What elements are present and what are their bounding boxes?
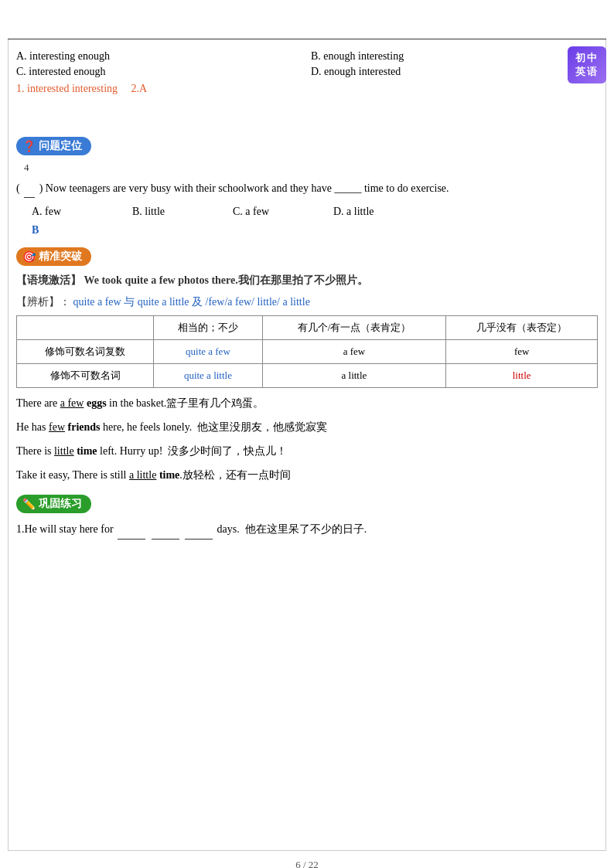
question-number4: 4 — [24, 162, 598, 174]
section-gonggu-header: ✏️ 巩固练习 — [16, 495, 598, 513]
answer-label2: 2.A — [131, 83, 148, 94]
gonggu-label: 巩固练习 — [39, 497, 82, 511]
option-D1: D. enough interested — [311, 66, 598, 78]
q4-optA: A. few — [32, 206, 109, 218]
table-row1-col1: quite a few — [154, 340, 262, 364]
pencil-icon: ✏️ — [22, 498, 36, 511]
example4-underline: a little — [129, 469, 156, 481]
q4-answer: B — [32, 224, 598, 237]
jijing-title: 【语境激活】 We took quite a few photos there.… — [16, 274, 598, 288]
table-header-3: 几乎没有（表否定） — [446, 316, 598, 340]
logo-line1: 初中 — [575, 51, 599, 65]
option-A1: A. interesting enough — [16, 50, 303, 63]
blank1 — [118, 539, 145, 540]
logo-line2: 英语 — [575, 65, 599, 79]
question-icon: ❓ — [22, 140, 36, 153]
page: 初中 英语 A. interesting enough B. enough in… — [0, 39, 614, 868]
page-footer: 6 / 22 — [0, 859, 614, 868]
question4-text: ( ) Now teenagers are very busy with the… — [16, 179, 598, 198]
section-jingzhun-header: 🎯 精准突破 — [16, 247, 598, 266]
target-icon: 🎯 — [22, 250, 36, 264]
q4-optC: C. a few — [233, 206, 310, 218]
table-header-2: 有几个/有一点（表肯定） — [262, 316, 446, 340]
example3: There is little time left. Hurry up! 没多少… — [16, 442, 598, 461]
main-content: A. interesting enough B. enough interest… — [8, 39, 606, 851]
option-B1: B. enough interesting — [311, 50, 598, 63]
table-row2-header: 修饰不可数名词 — [17, 364, 154, 388]
table-row1-header: 修饰可数名词复数 — [17, 340, 154, 364]
table-row1-col3: few — [446, 340, 598, 364]
example2: He has few friends here, he feels lonely… — [16, 418, 598, 437]
section-wentidingwei-header: ❓ 问题定位 — [16, 137, 598, 155]
jijing-section: 【语境激活】 We took quite a few photos there.… — [16, 274, 598, 288]
question4-body: ) Now teenagers are very busy with their… — [39, 182, 449, 194]
jingzhun-label: 精准突破 — [39, 250, 82, 264]
table-header-0 — [17, 316, 154, 340]
vocab-table: 相当的；不少 有几个/有一点（表肯定） 几乎没有（表否定） 修饰可数名词复数 q… — [16, 315, 598, 388]
wentidingwei-badge: ❓ 问题定位 — [16, 137, 91, 155]
example4: Take it easy, There is still a little ti… — [16, 466, 598, 485]
bianxi-desc: quite a few 与 quite a little 及 /few/a fe… — [73, 296, 310, 308]
jijing-sentence-en: We took quite a few photos there. — [84, 274, 238, 286]
logo-badge: 初中 英语 — [568, 46, 606, 83]
table-row1-col2: a few — [262, 340, 446, 364]
answer-row1: 1. interested interesting 2.A — [16, 83, 598, 95]
example1: There are a few eggs in the basket.篮子里有几… — [16, 394, 598, 413]
jingzhun-badge: 🎯 精准突破 — [16, 247, 91, 266]
table-row1: 修饰可数名词复数 quite a few a few few — [17, 340, 598, 364]
bianxi-row: 【辨析】： quite a few 与 quite a little 及 /fe… — [16, 295, 598, 309]
options-q4: A. few B. little C. a few D. a little — [32, 206, 598, 218]
option-C1: C. interested enough — [16, 66, 303, 78]
table-row2: 修饰不可数名词 quite a little a little little — [17, 364, 598, 388]
paren-open: ( — [16, 182, 20, 194]
q4-optB: B. little — [132, 206, 210, 218]
blank3 — [185, 539, 213, 540]
footer-text: 6 / 22 — [295, 859, 319, 868]
table-row2-col3: little — [446, 364, 598, 388]
paren-blank — [24, 197, 35, 198]
options-block1: A. interesting enough B. enough interest… — [16, 50, 598, 78]
jijing-bracket-open: 【语境激活】 — [16, 274, 81, 286]
jijing-sentence-cn: 我们在那里拍了不少照片。 — [238, 274, 368, 286]
exercise1-text: 1.He will stay here for days. 他在这里呆了不少的日… — [16, 519, 598, 539]
q4-optD: D. a little — [333, 206, 411, 218]
table-header-1: 相当的；不少 — [154, 316, 262, 340]
gonggu-badge: ✏️ 巩固练习 — [16, 495, 91, 513]
table-row2-col2: a little — [262, 364, 446, 388]
table-row2-col1: quite a little — [154, 364, 262, 388]
answer-label1: 1. interested interesting — [16, 83, 118, 94]
bianxi-title: 【辨析】： — [16, 296, 70, 308]
example1-underline: a few — [60, 397, 84, 409]
example3-underline: little — [54, 445, 74, 457]
example2-underline: few — [49, 421, 65, 433]
wentidingwei-label: 问题定位 — [39, 139, 82, 153]
blank2 — [152, 539, 179, 540]
